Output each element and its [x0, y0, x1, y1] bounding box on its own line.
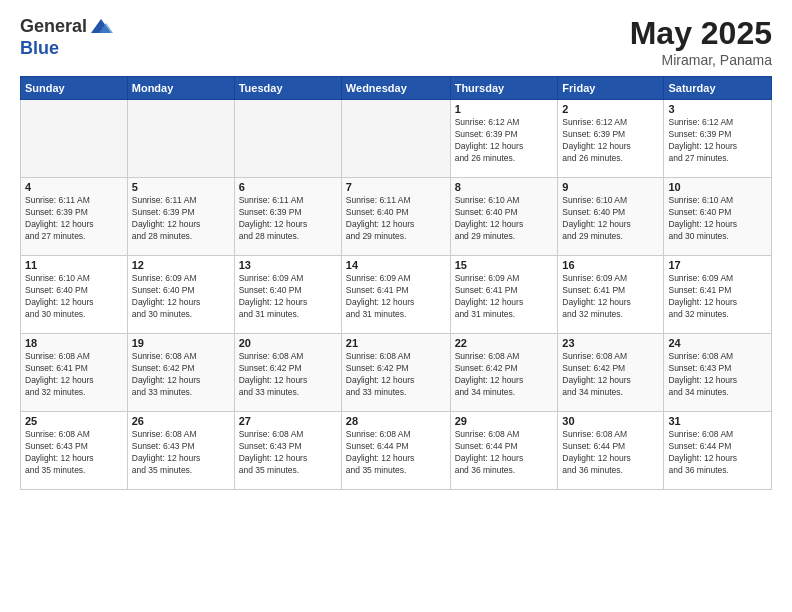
day-info: Sunrise: 6:11 AM Sunset: 6:39 PM Dayligh… [132, 195, 230, 243]
calendar-cell: 8Sunrise: 6:10 AM Sunset: 6:40 PM Daylig… [450, 178, 558, 256]
calendar-week-1: 1Sunrise: 6:12 AM Sunset: 6:39 PM Daylig… [21, 100, 772, 178]
day-number: 4 [25, 181, 123, 193]
title-month: May 2025 [630, 15, 772, 52]
day-number: 14 [346, 259, 446, 271]
day-info: Sunrise: 6:08 AM Sunset: 6:44 PM Dayligh… [562, 429, 659, 477]
day-info: Sunrise: 6:09 AM Sunset: 6:40 PM Dayligh… [239, 273, 337, 321]
calendar-table: Sunday Monday Tuesday Wednesday Thursday… [20, 76, 772, 490]
calendar-cell: 24Sunrise: 6:08 AM Sunset: 6:43 PM Dayli… [664, 334, 772, 412]
col-thursday: Thursday [450, 77, 558, 100]
day-info: Sunrise: 6:08 AM Sunset: 6:43 PM Dayligh… [25, 429, 123, 477]
day-number: 7 [346, 181, 446, 193]
day-number: 11 [25, 259, 123, 271]
day-number: 13 [239, 259, 337, 271]
calendar-cell: 18Sunrise: 6:08 AM Sunset: 6:41 PM Dayli… [21, 334, 128, 412]
day-info: Sunrise: 6:11 AM Sunset: 6:39 PM Dayligh… [239, 195, 337, 243]
calendar-cell: 3Sunrise: 6:12 AM Sunset: 6:39 PM Daylig… [664, 100, 772, 178]
page: General Blue May 2025 Miramar, Panama Su… [0, 0, 792, 612]
title-block: May 2025 Miramar, Panama [630, 15, 772, 68]
day-number: 22 [455, 337, 554, 349]
day-number: 19 [132, 337, 230, 349]
day-number: 17 [668, 259, 767, 271]
day-number: 18 [25, 337, 123, 349]
day-number: 29 [455, 415, 554, 427]
calendar-cell: 12Sunrise: 6:09 AM Sunset: 6:40 PM Dayli… [127, 256, 234, 334]
day-info: Sunrise: 6:08 AM Sunset: 6:42 PM Dayligh… [562, 351, 659, 399]
calendar-cell [341, 100, 450, 178]
day-info: Sunrise: 6:11 AM Sunset: 6:40 PM Dayligh… [346, 195, 446, 243]
col-saturday: Saturday [664, 77, 772, 100]
day-number: 10 [668, 181, 767, 193]
calendar-cell: 31Sunrise: 6:08 AM Sunset: 6:44 PM Dayli… [664, 412, 772, 490]
day-info: Sunrise: 6:09 AM Sunset: 6:41 PM Dayligh… [346, 273, 446, 321]
day-number: 30 [562, 415, 659, 427]
logo: General Blue [20, 15, 113, 59]
col-monday: Monday [127, 77, 234, 100]
calendar-cell: 6Sunrise: 6:11 AM Sunset: 6:39 PM Daylig… [234, 178, 341, 256]
day-info: Sunrise: 6:08 AM Sunset: 6:41 PM Dayligh… [25, 351, 123, 399]
calendar-cell: 22Sunrise: 6:08 AM Sunset: 6:42 PM Dayli… [450, 334, 558, 412]
calendar-cell: 25Sunrise: 6:08 AM Sunset: 6:43 PM Dayli… [21, 412, 128, 490]
day-number: 25 [25, 415, 123, 427]
day-number: 8 [455, 181, 554, 193]
calendar-cell [21, 100, 128, 178]
calendar-header-row: Sunday Monday Tuesday Wednesday Thursday… [21, 77, 772, 100]
day-number: 27 [239, 415, 337, 427]
col-sunday: Sunday [21, 77, 128, 100]
calendar-cell: 19Sunrise: 6:08 AM Sunset: 6:42 PM Dayli… [127, 334, 234, 412]
col-friday: Friday [558, 77, 664, 100]
calendar-cell: 15Sunrise: 6:09 AM Sunset: 6:41 PM Dayli… [450, 256, 558, 334]
day-info: Sunrise: 6:09 AM Sunset: 6:41 PM Dayligh… [455, 273, 554, 321]
day-info: Sunrise: 6:12 AM Sunset: 6:39 PM Dayligh… [455, 117, 554, 165]
logo-icon [89, 15, 113, 39]
calendar-cell [234, 100, 341, 178]
calendar-cell: 23Sunrise: 6:08 AM Sunset: 6:42 PM Dayli… [558, 334, 664, 412]
day-number: 16 [562, 259, 659, 271]
day-number: 20 [239, 337, 337, 349]
day-number: 15 [455, 259, 554, 271]
calendar-cell: 27Sunrise: 6:08 AM Sunset: 6:43 PM Dayli… [234, 412, 341, 490]
day-number: 2 [562, 103, 659, 115]
calendar-cell: 9Sunrise: 6:10 AM Sunset: 6:40 PM Daylig… [558, 178, 664, 256]
day-info: Sunrise: 6:10 AM Sunset: 6:40 PM Dayligh… [25, 273, 123, 321]
logo-general: General [20, 17, 87, 37]
day-info: Sunrise: 6:10 AM Sunset: 6:40 PM Dayligh… [562, 195, 659, 243]
col-wednesday: Wednesday [341, 77, 450, 100]
calendar-cell: 29Sunrise: 6:08 AM Sunset: 6:44 PM Dayli… [450, 412, 558, 490]
day-info: Sunrise: 6:09 AM Sunset: 6:41 PM Dayligh… [668, 273, 767, 321]
day-info: Sunrise: 6:08 AM Sunset: 6:44 PM Dayligh… [668, 429, 767, 477]
day-info: Sunrise: 6:08 AM Sunset: 6:42 PM Dayligh… [346, 351, 446, 399]
calendar-cell: 26Sunrise: 6:08 AM Sunset: 6:43 PM Dayli… [127, 412, 234, 490]
day-number: 5 [132, 181, 230, 193]
day-number: 26 [132, 415, 230, 427]
day-info: Sunrise: 6:10 AM Sunset: 6:40 PM Dayligh… [455, 195, 554, 243]
day-info: Sunrise: 6:12 AM Sunset: 6:39 PM Dayligh… [562, 117, 659, 165]
calendar-cell: 4Sunrise: 6:11 AM Sunset: 6:39 PM Daylig… [21, 178, 128, 256]
calendar-week-2: 4Sunrise: 6:11 AM Sunset: 6:39 PM Daylig… [21, 178, 772, 256]
day-info: Sunrise: 6:08 AM Sunset: 6:42 PM Dayligh… [132, 351, 230, 399]
day-info: Sunrise: 6:10 AM Sunset: 6:40 PM Dayligh… [668, 195, 767, 243]
calendar-cell [127, 100, 234, 178]
day-info: Sunrise: 6:09 AM Sunset: 6:41 PM Dayligh… [562, 273, 659, 321]
calendar-cell: 16Sunrise: 6:09 AM Sunset: 6:41 PM Dayli… [558, 256, 664, 334]
day-number: 28 [346, 415, 446, 427]
logo-blue: Blue [20, 39, 113, 59]
day-info: Sunrise: 6:09 AM Sunset: 6:40 PM Dayligh… [132, 273, 230, 321]
day-number: 24 [668, 337, 767, 349]
calendar-cell: 28Sunrise: 6:08 AM Sunset: 6:44 PM Dayli… [341, 412, 450, 490]
logo-text: General Blue [20, 15, 113, 59]
day-info: Sunrise: 6:08 AM Sunset: 6:43 PM Dayligh… [668, 351, 767, 399]
calendar-cell: 21Sunrise: 6:08 AM Sunset: 6:42 PM Dayli… [341, 334, 450, 412]
day-number: 21 [346, 337, 446, 349]
calendar-cell: 13Sunrise: 6:09 AM Sunset: 6:40 PM Dayli… [234, 256, 341, 334]
day-number: 3 [668, 103, 767, 115]
day-info: Sunrise: 6:08 AM Sunset: 6:43 PM Dayligh… [239, 429, 337, 477]
day-info: Sunrise: 6:08 AM Sunset: 6:42 PM Dayligh… [455, 351, 554, 399]
calendar-cell: 10Sunrise: 6:10 AM Sunset: 6:40 PM Dayli… [664, 178, 772, 256]
day-number: 31 [668, 415, 767, 427]
day-info: Sunrise: 6:08 AM Sunset: 6:43 PM Dayligh… [132, 429, 230, 477]
calendar-cell: 14Sunrise: 6:09 AM Sunset: 6:41 PM Dayli… [341, 256, 450, 334]
calendar-cell: 1Sunrise: 6:12 AM Sunset: 6:39 PM Daylig… [450, 100, 558, 178]
header: General Blue May 2025 Miramar, Panama [20, 15, 772, 68]
day-number: 9 [562, 181, 659, 193]
